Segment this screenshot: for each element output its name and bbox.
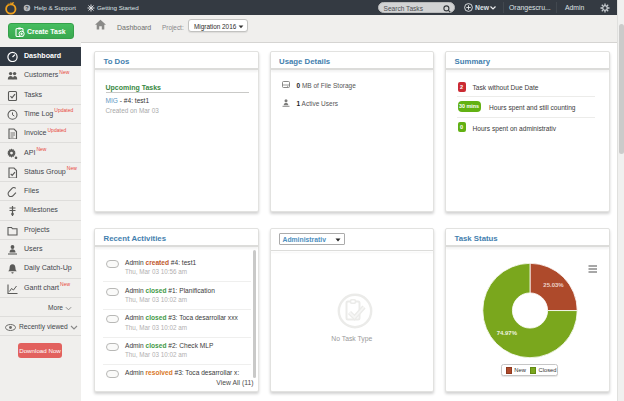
svg-text:74.97%: 74.97% bbox=[497, 330, 518, 336]
svg-text:25.03%: 25.03% bbox=[543, 282, 564, 288]
svg-text:?: ? bbox=[25, 5, 28, 11]
